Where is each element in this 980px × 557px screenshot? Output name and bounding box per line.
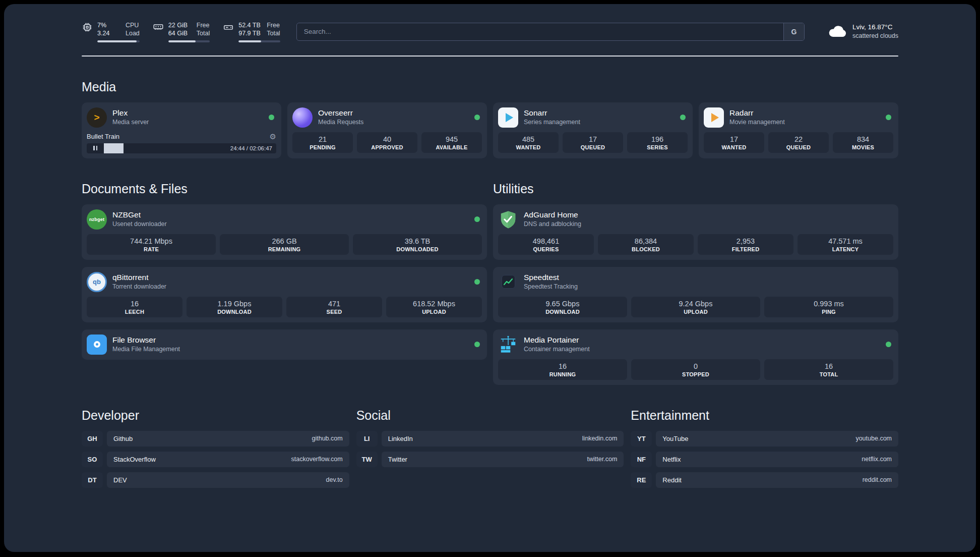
- app-name: NZBGet: [112, 210, 167, 220]
- disk-total-value: 97.9 TB: [238, 29, 261, 37]
- status-dot: [474, 115, 480, 120]
- bookmark-netflix[interactable]: NF Netflixnetflix.com: [631, 452, 898, 467]
- bookmark-name: Twitter: [388, 456, 407, 463]
- bookmark-url: reddit.com: [863, 476, 892, 483]
- bookmark-url: stackoverflow.com: [291, 456, 343, 463]
- nzbget-icon: nzbget: [87, 209, 107, 230]
- stat-tile: 0STOPPED: [631, 359, 760, 380]
- ram-total-value: 64 GiB: [168, 29, 191, 37]
- stat-tile: 498,461QUERIES: [498, 234, 594, 255]
- stat-tile: 17WANTED: [704, 132, 764, 153]
- app-description: DNS and adblocking: [524, 220, 581, 228]
- bookmark-abbr: SO: [82, 452, 103, 467]
- stat-tile: 834MOVIES: [833, 132, 893, 153]
- pause-icon[interactable]: [87, 143, 104, 153]
- bookmark-url: netflix.com: [862, 456, 892, 463]
- topbar-divider: [82, 55, 898, 57]
- bookmark-url: youtube.com: [855, 435, 892, 442]
- social-bookmarks: Social LI LinkedInlinkedin.com TW Twitte…: [356, 385, 624, 472]
- search-bar: G: [296, 23, 805, 41]
- cpu-label-bottom: Load: [126, 29, 140, 37]
- stat-tile: 22QUEUED: [768, 132, 829, 153]
- documents-column: Documents & Files nzbget NZBGet Usenet d…: [82, 158, 487, 360]
- media-section: > Plex Media server Bullet Train ⚙ 24:44…: [82, 102, 898, 158]
- now-playing-title: Bullet Train: [87, 133, 119, 140]
- stat-tile: 0.993 msPING: [764, 297, 893, 317]
- stat-tile: 9.24 GbpsUPLOAD: [631, 297, 760, 317]
- app-name: Speedtest: [524, 272, 578, 283]
- bookmark-stackoverflow[interactable]: SO StackOverflowstackoverflow.com: [82, 452, 349, 467]
- now-playing-widget: Bullet Train ⚙ 24:44 / 02:06:47: [87, 133, 276, 153]
- bookmark-linkedin[interactable]: LI LinkedInlinkedin.com: [356, 431, 624, 447]
- playback-track[interactable]: [104, 143, 226, 153]
- bookmark-twitter[interactable]: TW Twittertwitter.com: [356, 452, 624, 467]
- ram-free-value: 22 GiB: [168, 21, 191, 29]
- stat-tile: 16RUNNING: [498, 359, 627, 380]
- bookmark-github[interactable]: GH Githubgithub.com: [82, 431, 349, 447]
- bookmark-name: Netflix: [662, 456, 681, 463]
- stat-tile: 17QUEUED: [563, 132, 623, 153]
- app-card-qbittorrent[interactable]: qb qBittorrent Torrent downloader 16LEEC…: [82, 267, 487, 322]
- portainer-icon: [498, 335, 518, 355]
- stat-tile: 21PENDING: [292, 132, 353, 153]
- status-dot: [886, 342, 891, 347]
- app-description: Media server: [112, 118, 149, 126]
- app-card-radarr[interactable]: Radarr Movie management 17WANTED 22QUEUE…: [699, 102, 898, 158]
- bookmark-name: YouTube: [662, 435, 688, 442]
- speedtest-icon: [498, 272, 518, 292]
- bookmark-dev[interactable]: DT DEVdev.to: [82, 472, 349, 488]
- filebrowser-icon: [87, 335, 107, 355]
- bookmark-youtube[interactable]: YT YouTubeyoutube.com: [631, 431, 898, 447]
- app-description: Container management: [524, 345, 590, 353]
- app-description: Speedtest Tracking: [524, 283, 578, 291]
- app-name: AdGuard Home: [524, 210, 581, 220]
- cpu-load-value: 3.24: [97, 29, 119, 37]
- app-card-plex[interactable]: > Plex Media server Bullet Train ⚙ 24:44…: [82, 102, 281, 158]
- app-description: Series management: [524, 118, 580, 126]
- stat-tile: 196SERIES: [627, 132, 688, 153]
- bookmark-url: twitter.com: [587, 456, 618, 463]
- section-title-developer: Developer: [82, 408, 349, 423]
- stat-tile: 9.65 GbpsDOWNLOAD: [498, 297, 627, 317]
- disk-label-top: Free: [267, 21, 280, 29]
- stat-tile: 47.571 msLATENCY: [798, 234, 893, 255]
- search-input[interactable]: [297, 23, 783, 40]
- app-card-nzbget[interactable]: nzbget NZBGet Usenet downloader 744.21 M…: [82, 204, 487, 260]
- stat-tile: 945AVAILABLE: [421, 132, 482, 153]
- developer-bookmarks: Developer GH Githubgithub.com SO StackOv…: [82, 385, 349, 493]
- stat-tile: 16LEECH: [87, 297, 182, 317]
- bookmark-url: dev.to: [326, 476, 343, 483]
- app-card-speedtest[interactable]: Speedtest Speedtest Tracking 9.65 GbpsDO…: [493, 267, 898, 322]
- ram-usage-bar: [168, 40, 210, 42]
- dashboard-panel: 7% 3.24 CPU Load: [4, 4, 976, 552]
- section-title-utilities: Utilities: [493, 182, 898, 196]
- stat-tile: 16TOTAL: [764, 359, 893, 380]
- app-name: Plex: [112, 108, 149, 118]
- bookmark-reddit[interactable]: RE Redditreddit.com: [631, 472, 898, 488]
- app-card-overseerr[interactable]: Overseerr Media Requests 21PENDING 40APP…: [287, 102, 487, 158]
- app-name: Overseerr: [318, 108, 363, 118]
- radarr-icon: [704, 107, 724, 128]
- app-card-portainer[interactable]: Media Portainer Container management 16R…: [493, 329, 898, 385]
- section-title-documents: Documents & Files: [82, 182, 487, 196]
- gear-icon[interactable]: ⚙: [270, 133, 276, 140]
- app-card-filebrowser[interactable]: File Browser Media File Management: [82, 329, 487, 360]
- cloud-icon: [828, 24, 847, 39]
- media-progress-bar[interactable]: 24:44 / 02:06:47: [87, 143, 276, 153]
- status-dot: [474, 342, 480, 347]
- status-dot: [680, 115, 686, 120]
- weather-condition: scattered clouds: [852, 32, 898, 40]
- playback-time: 24:44 / 02:06:47: [226, 145, 276, 151]
- bookmark-abbr: NF: [631, 452, 652, 467]
- bookmark-name: Github: [113, 435, 133, 442]
- stat-tile: 2,953FILTERED: [698, 234, 793, 255]
- app-name: Radarr: [729, 108, 785, 118]
- status-dot: [269, 115, 274, 120]
- stat-tile: 40APPROVED: [357, 132, 417, 153]
- app-card-sonarr[interactable]: Sonarr Series management 485WANTED 17QUE…: [493, 102, 693, 158]
- app-description: Media File Management: [112, 345, 180, 353]
- app-card-adguard[interactable]: AdGuard Home DNS and adblocking 498,461Q…: [493, 204, 898, 260]
- search-engine-button[interactable]: G: [783, 23, 804, 40]
- ram-icon: [153, 22, 164, 35]
- bookmark-abbr: YT: [631, 431, 652, 447]
